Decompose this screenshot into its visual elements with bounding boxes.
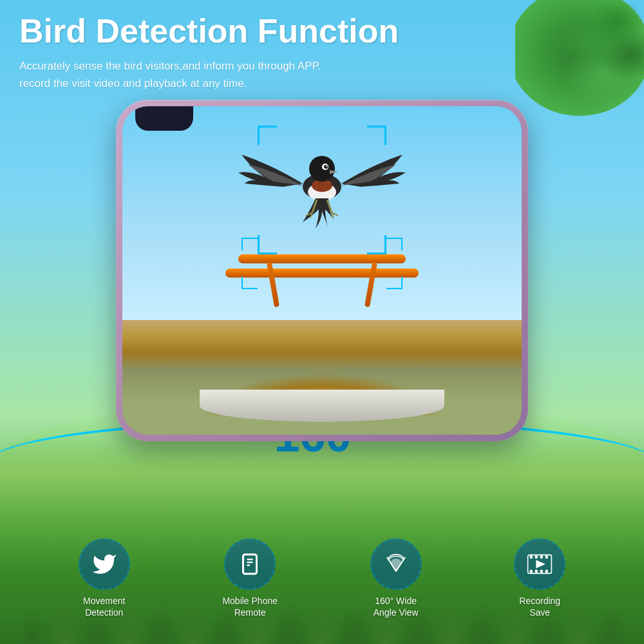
svg-marker-18 (536, 560, 545, 568)
mobile-phone-circle (224, 538, 276, 590)
tree-leaves (515, 0, 644, 109)
bird-image (232, 116, 412, 245)
wide-angle-circle (370, 538, 422, 590)
feature-recording-save: Recording Save (514, 538, 565, 618)
feature-wide-angle: 160° Wide Angle View (370, 538, 422, 618)
subtitle: Accurately sense the bird visitors,and i… (19, 57, 380, 92)
svg-point-6 (326, 166, 327, 167)
phone-mockup: + (116, 100, 528, 441)
subtitle-line1: Accurately sense the bird visitors,and i… (19, 60, 321, 72)
feature-angle-line2: Angle View (374, 607, 419, 618)
tree-decoration (515, 0, 644, 116)
features-row: Movement Detection Mobile Phone Remote (0, 538, 644, 618)
feature-movement-detection: Movement Detection (79, 538, 130, 618)
feature-mobile-line2: Remote (234, 607, 266, 618)
mobile-phone-label: Mobile Phone Remote (222, 595, 278, 618)
inner-corner-br (386, 276, 402, 289)
phone-outer-frame: + (116, 100, 528, 441)
svg-rect-25 (540, 569, 543, 573)
svg-rect-20 (535, 555, 538, 558)
feature-mobile-phone-remote: Mobile Phone Remote (222, 538, 278, 618)
phone-notch (135, 106, 193, 131)
svg-rect-23 (530, 569, 533, 573)
feature-mobile-line1: Mobile Phone (222, 596, 278, 606)
feature-recording-line1: Recording (519, 596, 560, 606)
svg-rect-21 (540, 555, 543, 558)
wide-angle-icon (383, 551, 410, 578)
title-section: Bird Detection Function Accurately sense… (19, 13, 399, 93)
inner-corner-bl (242, 276, 258, 289)
svg-rect-22 (545, 555, 548, 558)
svg-point-5 (324, 165, 328, 169)
movement-detection-label: Movement Detection (83, 595, 125, 618)
svg-rect-19 (530, 555, 533, 558)
film-icon (527, 553, 553, 576)
svg-rect-26 (545, 569, 548, 573)
feature-angle-line1: 160° Wide (375, 596, 417, 606)
twitter-bird-icon (91, 551, 117, 577)
recording-save-circle (514, 538, 565, 590)
feature-label-line2: Detection (85, 607, 123, 618)
smartphone-icon (238, 553, 261, 576)
svg-point-3 (309, 156, 335, 182)
feeder-bowl (200, 390, 444, 422)
subtitle-line2: record the visit video and playback at a… (19, 77, 247, 90)
svg-rect-24 (535, 569, 538, 573)
page-background: Bird Detection Function Accurately sense… (0, 0, 644, 644)
phone-screen: + (122, 106, 522, 435)
feature-label-line1: Movement (83, 596, 125, 606)
feature-recording-line2: Save (529, 607, 550, 618)
page-title: Bird Detection Function (19, 13, 399, 50)
recording-save-label: Recording Save (519, 595, 560, 618)
wide-angle-label: 160° Wide Angle View (374, 595, 419, 618)
movement-detection-circle (79, 538, 130, 590)
